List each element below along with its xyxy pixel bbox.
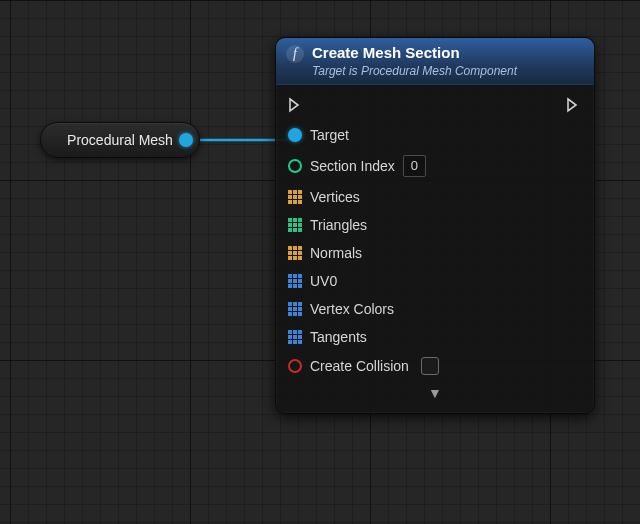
pin-label: Normals [310, 245, 362, 261]
input-field-section-index[interactable]: 0 [403, 155, 426, 177]
input-pin-section-index[interactable] [288, 159, 302, 173]
pin-label: Tangents [310, 329, 367, 345]
expand-node-toggle[interactable]: ▼ [286, 381, 584, 407]
input-pin-uv0[interactable] [288, 274, 302, 288]
node-title: Create Mesh Section [312, 44, 517, 62]
input-pin-tangents[interactable] [288, 330, 302, 344]
exec-pin-out[interactable] [566, 97, 582, 113]
node-subtitle: Target is Procedural Mesh Component [312, 64, 517, 78]
input-pin-normals[interactable] [288, 246, 302, 260]
pin-row-tangents: Tangents [286, 323, 584, 351]
pin-row-section-index: Section Index 0 [286, 149, 584, 183]
pin-label: Section Index [310, 158, 395, 174]
input-pin-vertex-colors[interactable] [288, 302, 302, 316]
pin-label: Create Collision [310, 358, 409, 374]
input-pin-target[interactable] [288, 128, 302, 142]
checkbox-create-collision[interactable] [421, 357, 439, 375]
pin-row-normals: Normals [286, 239, 584, 267]
chevron-down-icon: ▼ [428, 385, 442, 401]
variable-node-label: Procedural Mesh [67, 132, 173, 148]
pin-label: Target [310, 127, 349, 143]
pin-row-target: Target [286, 121, 584, 149]
pin-row-triangles: Triangles [286, 211, 584, 239]
pin-label: Triangles [310, 217, 367, 233]
output-pin-object[interactable] [179, 133, 193, 147]
function-icon: f [286, 45, 304, 63]
pin-label: UV0 [310, 273, 337, 289]
pin-row-uv0: UV0 [286, 267, 584, 295]
input-pin-create-collision[interactable] [288, 359, 302, 373]
exec-pin-in[interactable] [288, 97, 304, 113]
node-header[interactable]: f Create Mesh Section Target is Procedur… [276, 38, 594, 85]
variable-node-procedural-mesh[interactable]: Procedural Mesh [40, 122, 200, 158]
pin-label: Vertices [310, 189, 360, 205]
pin-row-vertices: Vertices [286, 183, 584, 211]
input-pin-triangles[interactable] [288, 218, 302, 232]
node-body: Target Section Index 0 Vertices Triangle… [276, 85, 594, 413]
pin-label: Vertex Colors [310, 301, 394, 317]
input-pin-vertices[interactable] [288, 190, 302, 204]
pin-row-create-collision: Create Collision [286, 351, 584, 381]
pin-row-vertex-colors: Vertex Colors [286, 295, 584, 323]
function-node-create-mesh-section[interactable]: f Create Mesh Section Target is Procedur… [275, 37, 595, 414]
